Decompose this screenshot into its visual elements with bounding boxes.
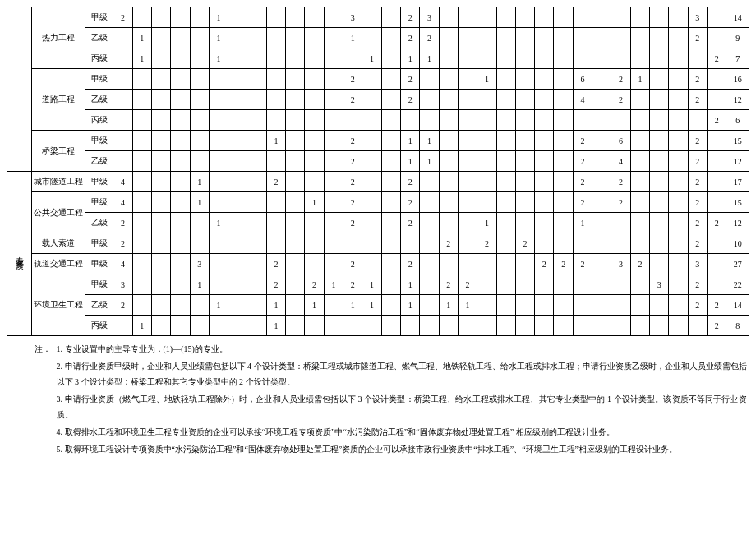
level-cell: 乙级 [85, 213, 113, 233]
qualification-table: 热力工程 甲级 2 1 3 23 314 乙级 1 1 1 22 29 丙级 1… [7, 7, 749, 336]
row-ql-a: 桥梁工程 甲级 1 2 11 2 6 215 [7, 131, 749, 151]
note-5: 5. 取得环境工程设计专项资质中“水污染防治工程”和“固体废弃物处理处置工程”资… [57, 441, 747, 457]
row-ql-b: 乙级 2 11 2 4 212 [7, 151, 749, 172]
level-cell: 丙级 [85, 48, 113, 69]
level-cell: 甲级 [85, 131, 113, 151]
row-hw-b: 乙级 2 11 111 111 2214 [7, 295, 749, 316]
row-rl-b: 乙级 1 1 1 22 29 [7, 28, 749, 48]
row-rl-c: 丙级 1 1 1 11 27 [7, 48, 749, 69]
level-cell: 乙级 [85, 295, 113, 316]
name-gd: 轨道交通工程 [31, 254, 85, 274]
note-4: 4. 取得排水工程和环境卫生工程专业资质的企业可以承接“环境工程专项资质”中“水… [57, 424, 747, 440]
row-gg-b: 乙级 2 1 2 21 1 2212 [7, 213, 749, 233]
row-dl-c: 丙级 26 [7, 110, 749, 131]
level-cell: 甲级 [85, 7, 113, 28]
level-cell: 乙级 [85, 28, 113, 48]
category-pro: 专业资质 [7, 172, 32, 336]
level-cell: 丙级 [85, 110, 113, 131]
level-cell: 乙级 [85, 90, 113, 110]
name-rl: 热力工程 [31, 7, 85, 69]
row-hw-c: 丙级 1 1 28 [7, 316, 749, 336]
name-hw: 环境卫生工程 [31, 274, 85, 336]
name-dl: 道路工程 [31, 69, 85, 131]
row-dl-b: 乙级 2 2 4 2 212 [7, 90, 749, 110]
name-zr: 载人索道 [31, 233, 85, 254]
level-cell: 甲级 [85, 69, 113, 90]
name-ql: 桥梁工程 [31, 131, 85, 172]
row-dl-a: 道路工程 甲级 2 21 6 21 216 [7, 69, 749, 90]
name-gg: 公共交通工程 [31, 192, 85, 233]
row-hw-a: 环境卫生工程 甲级 31 2 2121 122 3 222 [7, 274, 749, 295]
level-cell: 甲级 [85, 172, 113, 192]
notes-body: 1. 专业设置中的主导专业为：(1)—(15)的专业。 2. 申请行业资质甲级时… [57, 341, 747, 459]
row-rl-a: 热力工程 甲级 2 1 3 23 314 [7, 7, 749, 28]
name-sd: 城市隧道工程 [31, 172, 85, 192]
level-cell: 丙级 [85, 316, 113, 336]
level-cell: 甲级 [85, 233, 113, 254]
note-2: 2. 申请行业资质甲级时，企业和人员业绩需包括以下 4 个设计类型：桥梁工程或城… [57, 358, 747, 390]
level-cell: 乙级 [85, 151, 113, 172]
row-zr-a: 载人索道 甲级 2 22 2 210 [7, 233, 749, 254]
upper-category-cell [7, 7, 32, 172]
level-cell: 甲级 [85, 274, 113, 295]
row-gd-a: 轨道交通工程 甲级 43 2 2 2 222 32 327 [7, 254, 749, 274]
note-1: 1. 专业设置中的主导专业为：(1)—(15)的专业。 [57, 341, 747, 357]
note-3: 3. 申请行业资质（燃气工程、地铁轻轨工程除外）时，企业和人员业绩需包括以下 3… [57, 391, 747, 422]
row-sd-a: 专业资质 城市隧道工程 甲级 41 2 2 2 2 2 217 [7, 172, 749, 192]
level-cell: 甲级 [85, 254, 113, 274]
footnotes: 注： 1. 专业设置中的主导专业为：(1)—(15)的专业。 2. 申请行业资质… [7, 341, 749, 459]
level-cell: 甲级 [85, 192, 113, 213]
row-gg-a: 公共交通工程 甲级 41 12 2 2 2 215 [7, 192, 749, 213]
notes-label: 注： [7, 341, 54, 357]
